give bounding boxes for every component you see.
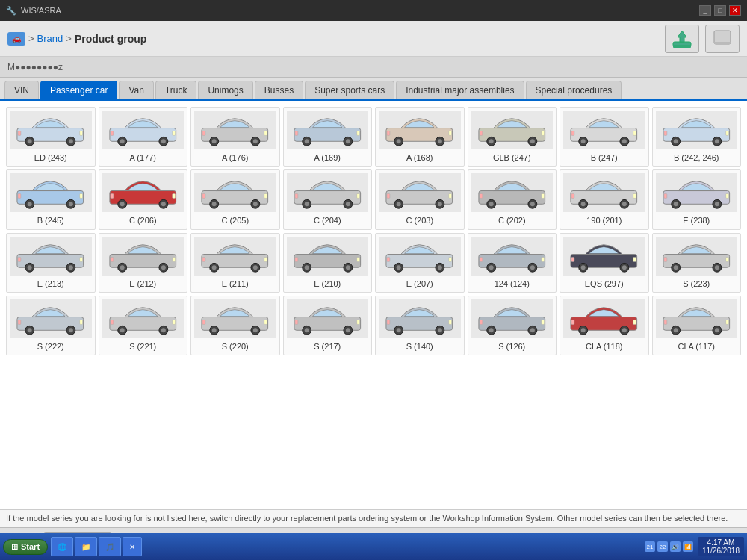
- svg-rect-171: [726, 257, 729, 261]
- car-item-e212[interactable]: E (212): [99, 233, 188, 293]
- car-label-e213: E (213): [37, 279, 64, 289]
- car-item-s126[interactable]: S (126): [468, 296, 557, 355]
- tab-van[interactable]: Van: [119, 81, 153, 99]
- car-item-b245[interactable]: B (245): [6, 169, 96, 229]
- car-item-glb247[interactable]: GLB (247): [468, 107, 557, 167]
- car-item-e238[interactable]: E (238): [652, 169, 742, 229]
- car-item-a168[interactable]: A (168): [375, 107, 465, 167]
- car-item-s223[interactable]: S (223): [652, 233, 742, 293]
- start-button[interactable]: ⊞ Start: [3, 539, 48, 555]
- car-image-s220: [194, 299, 276, 338]
- tab-super-sports[interactable]: Super sports cars: [305, 81, 394, 99]
- tab-vin[interactable]: VIN: [4, 81, 39, 99]
- car-item-c202[interactable]: C (202): [468, 169, 557, 229]
- svg-point-224: [674, 328, 678, 332]
- taskbar-app-star[interactable]: ✕: [123, 537, 142, 556]
- svg-rect-52: [633, 131, 636, 135]
- minimize-button[interactable]: _: [699, 5, 711, 16]
- car-item-s140[interactable]: S (140): [375, 296, 465, 355]
- car-label-s223: S (223): [683, 279, 710, 289]
- brand-link[interactable]: Brand: [37, 33, 63, 44]
- car-item-a169[interactable]: A (169): [283, 107, 373, 167]
- car-image-glb247: [471, 111, 554, 149]
- upload-button[interactable]: [665, 25, 699, 53]
- car-svg-c204: [291, 175, 365, 210]
- car-item-e211[interactable]: E (211): [190, 233, 280, 293]
- car-label-124124: 124 (124): [495, 279, 530, 289]
- car-item-e210[interactable]: E (210): [283, 233, 373, 293]
- car-label-e238: E (238): [683, 215, 710, 225]
- car-item-eqs297[interactable]: EQS (297): [560, 233, 649, 293]
- car-image-c206: [102, 173, 185, 212]
- car-label-c204: C (204): [314, 215, 341, 225]
- car-item-b247[interactable]: B (247): [560, 107, 649, 167]
- svg-point-23: [253, 139, 258, 143]
- taskbar-app-explorer[interactable]: 📁: [75, 537, 97, 556]
- top-bar-actions: [665, 25, 740, 53]
- svg-point-70: [120, 202, 125, 207]
- car-item-e213[interactable]: E (213): [6, 233, 96, 293]
- svg-rect-137: [202, 257, 205, 261]
- svg-rect-158: [480, 257, 483, 261]
- car-item-e207[interactable]: E (207): [375, 233, 465, 293]
- taskbar-left: ⊞ Start 🌐 📁 🎵 ✕: [3, 537, 142, 556]
- car-item-s222[interactable]: S (222): [6, 296, 96, 355]
- svg-rect-143: [357, 257, 360, 261]
- car-image-eqs297: [563, 237, 645, 276]
- svg-point-56: [674, 139, 678, 143]
- car-item-a177[interactable]: A (177): [99, 107, 188, 167]
- car-svg-b247: [567, 113, 641, 147]
- car-item-s220[interactable]: S (220): [190, 296, 280, 355]
- car-item-b242[interactable]: B (242, 246): [652, 107, 742, 167]
- tab-truck[interactable]: Truck: [155, 81, 197, 99]
- svg-rect-39: [387, 131, 390, 135]
- car-item-ed243[interactable]: ED (243): [6, 107, 96, 167]
- taskbar-app-media[interactable]: 🎵: [99, 537, 121, 556]
- settings-button[interactable]: [705, 25, 740, 53]
- car-svg-b242: [660, 113, 734, 147]
- tab-special[interactable]: Special procedures: [526, 81, 622, 99]
- svg-point-28: [305, 139, 309, 143]
- svg-point-189: [212, 328, 217, 332]
- tab-passenger-car[interactable]: Passenger car: [40, 81, 117, 99]
- svg-rect-122: [80, 257, 83, 261]
- car-item-c206[interactable]: C (206): [99, 169, 188, 229]
- svg-rect-101: [542, 194, 545, 199]
- close-button[interactable]: ✕: [729, 5, 741, 16]
- svg-point-133: [212, 265, 217, 270]
- svg-rect-94: [449, 194, 452, 199]
- tab-unimogs[interactable]: Unimogs: [198, 81, 252, 99]
- tab-industrial[interactable]: Industrial major assemblies: [396, 81, 524, 99]
- svg-point-121: [69, 265, 73, 270]
- svg-point-119: [28, 265, 32, 270]
- car-item-a176[interactable]: A (176): [190, 107, 280, 167]
- maximize-button[interactable]: □: [714, 5, 726, 16]
- svg-rect-123: [18, 257, 21, 261]
- car-item-c204[interactable]: C (204): [283, 169, 373, 229]
- car-image-e238: [656, 173, 738, 212]
- svg-rect-228: [664, 320, 667, 324]
- car-item-124124[interactable]: 124 (124): [468, 233, 557, 293]
- svg-point-191: [253, 328, 258, 332]
- tab-busses[interactable]: Busses: [255, 81, 303, 99]
- taskbar-app-wis[interactable]: 🌐: [51, 537, 73, 556]
- start-label: Start: [21, 542, 40, 551]
- car-svg-b245: [13, 175, 87, 210]
- car-image-a169: [287, 111, 369, 149]
- car-item-190201[interactable]: 190 (201): [560, 169, 649, 229]
- car-svg-e238: [660, 175, 734, 210]
- car-label-s222: S (222): [37, 341, 64, 352]
- car-svg-190201: [567, 175, 641, 210]
- car-image-a176: [194, 111, 276, 149]
- car-item-c203[interactable]: C (203): [375, 169, 465, 229]
- car-item-cla118[interactable]: CLA (118): [560, 296, 649, 355]
- car-item-c205[interactable]: C (205): [190, 169, 280, 229]
- svg-rect-11: [18, 131, 21, 135]
- car-image-s217: [287, 299, 369, 338]
- car-svg-e212: [106, 239, 180, 273]
- svg-rect-179: [18, 320, 21, 324]
- car-item-cla117[interactable]: CLA (117): [652, 296, 742, 355]
- car-item-s217[interactable]: S (217): [283, 296, 373, 355]
- car-item-s221[interactable]: S (221): [99, 296, 188, 355]
- svg-point-114: [715, 202, 719, 207]
